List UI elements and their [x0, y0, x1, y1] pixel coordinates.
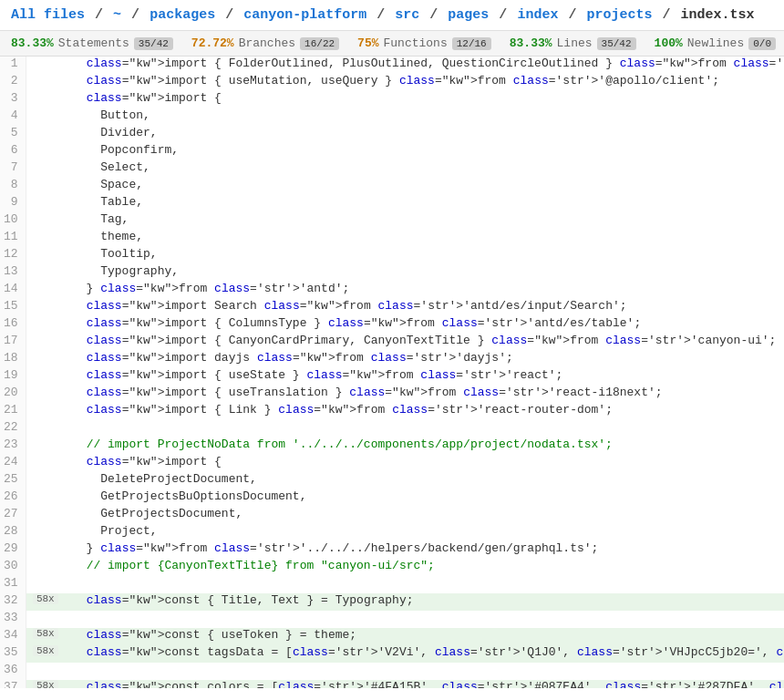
line-number: 35	[0, 645, 26, 663]
hit-count	[26, 143, 65, 160]
hit-count	[26, 316, 65, 334]
code-line: Tooltip,	[65, 247, 784, 264]
line-number: 26	[0, 489, 26, 507]
hit-count	[26, 108, 65, 126]
statements-counts: 35/42	[134, 37, 173, 50]
code-line: Divider,	[65, 126, 784, 143]
code-line: class="kw">import { FolderOutlined, Plus…	[65, 57, 784, 74]
table-row: 2 class="kw">import { useMutation, useQu…	[0, 74, 784, 91]
table-row: 3458x class="kw">const { useToken } = th…	[0, 628, 784, 645]
line-number: 12	[0, 247, 26, 264]
code-line: Space,	[65, 178, 784, 195]
hit-count: 58x	[26, 593, 65, 611]
hit-count	[26, 663, 65, 680]
code-line: class="kw">import { useState } class="kw…	[65, 368, 784, 386]
hit-count	[26, 195, 65, 212]
hit-count	[26, 334, 65, 351]
code-line: class="kw">import {	[65, 91, 784, 108]
code-table: 1 class="kw">import { FolderOutlined, Pl…	[0, 57, 784, 688]
table-row: 11 theme,	[0, 230, 784, 247]
hit-count: 58x	[26, 680, 65, 688]
code-line: Table,	[65, 195, 784, 212]
table-row: 15 class="kw">import Search class="kw">f…	[0, 299, 784, 316]
code-line: Project,	[65, 524, 784, 541]
hit-count	[26, 178, 65, 195]
hit-count	[26, 403, 65, 420]
line-number: 21	[0, 403, 26, 420]
statements-label: Statements	[58, 36, 129, 50]
code-line: } class="kw">from class='str'>'../../../…	[65, 541, 784, 559]
code-line: theme,	[65, 230, 784, 247]
line-number: 13	[0, 264, 26, 282]
hit-count	[26, 282, 65, 299]
table-row: 10 Tag,	[0, 212, 784, 230]
hit-count	[26, 351, 65, 368]
table-row: 26 GetProjectsBuOptionsDocument,	[0, 489, 784, 507]
hit-count	[26, 559, 65, 576]
line-number: 30	[0, 559, 26, 576]
line-number: 7	[0, 160, 26, 178]
branches-label: Branches	[239, 36, 295, 50]
code-line: Button,	[65, 108, 784, 126]
breadcrumb-all-files[interactable]: All files	[11, 7, 85, 23]
code-line: GetProjectsDocument,	[65, 507, 784, 524]
line-number: 27	[0, 507, 26, 524]
line-number: 8	[0, 178, 26, 195]
line-number: 1	[0, 57, 26, 74]
hit-count	[26, 420, 65, 438]
line-number: 16	[0, 316, 26, 334]
line-number: 37	[0, 680, 26, 688]
breadcrumb-pages[interactable]: pages	[448, 7, 489, 23]
table-row: 8 Space,	[0, 178, 784, 195]
table-row: 18 class="kw">import dayjs class="kw">fr…	[0, 351, 784, 368]
code-line: class="kw">const { Title, Text } = Typog…	[65, 593, 784, 611]
line-number: 11	[0, 230, 26, 247]
hit-count	[26, 611, 65, 628]
code-line: Select,	[65, 160, 784, 178]
line-number: 4	[0, 108, 26, 126]
hit-count	[26, 472, 65, 489]
table-row: 24 class="kw">import {	[0, 455, 784, 472]
table-row: 31	[0, 576, 784, 593]
table-row: 30 // import {CanyonTextTitle} from "can…	[0, 559, 784, 576]
hit-count	[26, 455, 65, 472]
functions-label: Functions	[384, 36, 448, 50]
table-row: 28 Project,	[0, 524, 784, 541]
breadcrumb-index[interactable]: index	[517, 7, 558, 23]
hit-count	[26, 264, 65, 282]
line-number: 9	[0, 195, 26, 212]
hit-count: 58x	[26, 645, 65, 663]
table-row: 7 Select,	[0, 160, 784, 178]
code-line: class="kw">const { useToken } = theme;	[65, 628, 784, 645]
hit-count	[26, 541, 65, 559]
table-row: 4 Button,	[0, 108, 784, 126]
breadcrumb-home[interactable]: ~	[113, 7, 121, 23]
statements-pct: 83.33%	[11, 36, 54, 50]
functions-counts: 12/16	[452, 37, 491, 50]
hit-count	[26, 524, 65, 541]
hit-count	[26, 576, 65, 593]
code-line: class="kw">import { CanyonCardPrimary, C…	[65, 334, 784, 351]
code-line: class="kw">import Search class="kw">from…	[65, 299, 784, 316]
hit-count	[26, 438, 65, 455]
line-number: 36	[0, 663, 26, 680]
code-line: class="kw">import { useTranslation } cla…	[65, 386, 784, 403]
line-number: 5	[0, 126, 26, 143]
code-line	[65, 663, 784, 680]
code-line	[65, 576, 784, 593]
breadcrumb-projects[interactable]: projects	[586, 7, 652, 23]
line-number: 33	[0, 611, 26, 628]
breadcrumb-packages[interactable]: packages	[150, 7, 215, 23]
line-number: 3	[0, 91, 26, 108]
breadcrumb-src[interactable]: src	[395, 7, 419, 23]
hit-count	[26, 160, 65, 178]
code-line	[65, 611, 784, 628]
table-row: 23 // import ProjectNoData from '../../.…	[0, 438, 784, 455]
code-line: GetProjectsBuOptionsDocument,	[65, 489, 784, 507]
code-line: class="kw">import { useMutation, useQuer…	[65, 74, 784, 91]
breadcrumb-canyon-platform[interactable]: canyon-platform	[243, 7, 366, 23]
hit-count	[26, 212, 65, 230]
table-row: 21 class="kw">import { Link } class="kw"…	[0, 403, 784, 420]
code-line: class="kw">import { ColumnsType } class=…	[65, 316, 784, 334]
table-row: 33	[0, 611, 784, 628]
